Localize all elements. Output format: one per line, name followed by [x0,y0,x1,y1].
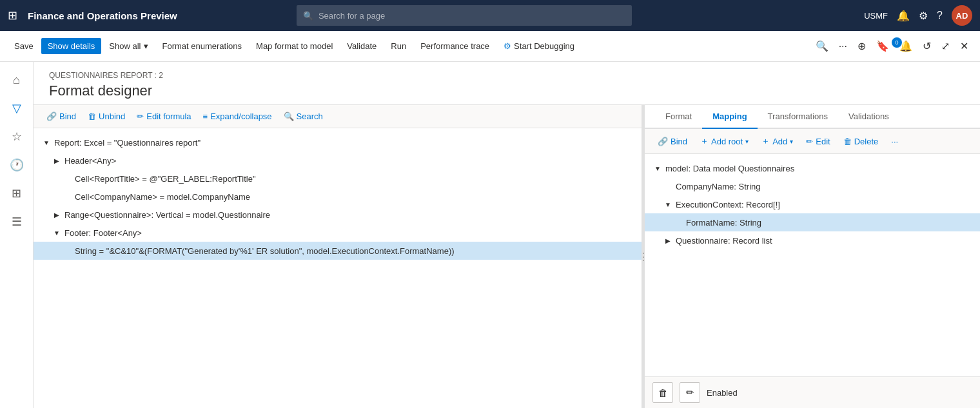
expander-icon: ▼ [41,137,52,148]
edit-mapping-button[interactable]: ✏ [680,382,700,403]
more-actions-button[interactable]: ··· [886,134,903,149]
notification-icon[interactable]: 🔔 [897,10,910,22]
sidebar-dashboard-icon[interactable]: ⊞ [4,180,30,206]
tab-format[interactable]: Format [655,105,702,129]
main-layout: ⌂ ▽ ☆ 🕐 ⊞ ☰ QUESTIONNAIRES REPORT : 2 Fo… [0,62,980,408]
tab-validations[interactable]: Validations [838,105,899,129]
open-new-button[interactable]: ⤢ [937,37,954,55]
model-item-label: FormatName: String [686,218,761,228]
global-search[interactable]: 🔍 Search for a page [297,5,632,26]
chevron-down-icon: ▾ [144,41,148,51]
plus-icon: ＋ [700,135,709,147]
expand-icon: ≡ [203,112,208,121]
tree-item-label: Cell<ReportTitle> = @"GER_LABEL:ReportTi… [75,174,256,184]
environment-label: USMF [864,11,888,21]
mapping-bottom: 🗑 ✏ Enabled [645,376,980,408]
plus-icon: ＋ [761,135,770,147]
model-item-questionnaire[interactable]: ▶ Questionnaire: Record list [645,231,980,249]
edit-formula-button[interactable]: ✏ Edit formula [132,109,196,124]
refresh-button[interactable]: ↺ [919,37,935,55]
content-area: QUESTIONNAIRES REPORT : 2 Format designe… [34,62,980,408]
grid-icon[interactable]: ⊞ [8,8,17,23]
start-debugging-button[interactable]: ⚙ Start Debugging [497,38,581,54]
run-button[interactable]: Run [384,38,413,54]
model-item-label: Questionnaire: Record list [676,236,772,246]
sidebar-home-icon[interactable]: ⌂ [4,67,30,93]
model-tree: ▼ model: Data model Questionnaires Compa… [645,154,980,376]
expander-icon: ▼ [52,228,62,238]
top-navigation: ⊞ Finance and Operations Preview 🔍 Searc… [0,0,980,31]
page-header: QUESTIONNAIRES REPORT : 2 Format designe… [34,62,980,105]
show-details-button[interactable]: Show details [41,38,102,54]
expander-icon: ▶ [663,235,673,246]
delete-button[interactable]: 🗑 Delete [838,134,884,149]
avatar[interactable]: AD [952,5,972,26]
enabled-label: Enabled [707,388,738,398]
expander-icon: ▶ [52,155,62,166]
toolbar-right-actions: 🔍 ··· ⊕ 🔖 🔔 0 ↺ ⤢ ✕ [812,37,972,55]
add-root-button[interactable]: ＋ Add root ▾ [695,133,754,150]
format-panel: 🔗 Bind 🗑 Unbind ✏ Edit formula ≡ Expand/… [34,105,642,408]
settings-icon[interactable]: ⚙ [919,10,928,22]
chevron-down-icon: ▾ [745,138,749,145]
sidebar-recent-icon[interactable]: 🕐 [4,152,30,178]
badge-count: 0 [892,37,902,48]
format-enumerations-button[interactable]: Format enumerations [156,38,249,54]
model-item-executioncontext[interactable]: ▼ ExecutionContext: Record[!] [645,195,980,213]
tab-transformations[interactable]: Transformations [758,105,838,129]
help-icon[interactable]: ? [937,10,943,21]
performance-trace-button[interactable]: Performance trace [414,38,496,54]
expand-collapse-button[interactable]: ≡ Expand/collapse [198,109,277,124]
top-nav-right: USMF 🔔 ⚙ ? AD [864,5,972,26]
save-button[interactable]: Save [8,38,40,54]
tree-item-header[interactable]: ▶ Header<Any> [34,151,642,170]
pencil-icon: ✏ [806,137,813,146]
sidebar-filter-icon[interactable]: ▽ [4,95,30,121]
validate-button[interactable]: Validate [340,38,383,54]
unlink-icon: 🗑 [88,112,96,121]
tree-item-range-questionnaire[interactable]: ▶ Range<Questionnaire>: Vertical = model… [34,206,642,224]
tree-item-cell-companyname[interactable]: Cell<CompanyName> = model.CompanyName [34,188,642,206]
model-item-formatname[interactable]: FormatName: String [645,213,980,231]
resize-handle[interactable] [642,105,645,408]
edit-button[interactable]: ✏ Edit [801,134,835,149]
search-icon: 🔍 [303,11,313,21]
left-sidebar: ⌂ ▽ ☆ 🕐 ⊞ ☰ [0,62,34,408]
model-item-root[interactable]: ▼ model: Data model Questionnaires [645,159,980,177]
tree-item-label: Range<Questionnaire>: Vertical = model.Q… [64,210,270,220]
designer-area: 🔗 Bind 🗑 Unbind ✏ Edit formula ≡ Expand/… [34,105,980,408]
tree-item-label: Footer: Footer<Any> [64,228,142,238]
expander-icon: ▼ [663,199,673,209]
close-button[interactable]: ✕ [956,37,972,55]
more-options-button[interactable]: ··· [835,38,851,55]
search-toolbar-button[interactable]: 🔍 [812,37,832,55]
mapping-panel: Format Mapping Transformations Validatio… [645,105,980,408]
delete-mapping-button[interactable]: 🗑 [652,382,673,403]
crosshair-button[interactable]: ⊕ [854,37,870,55]
tree-item-label: Cell<CompanyName> = model.CompanyName [75,192,250,202]
tree-item-footer[interactable]: ▼ Footer: Footer<Any> [34,224,642,242]
trash-icon: 🗑 [658,387,668,398]
debug-icon: ⚙ [504,41,511,51]
tree-item-report[interactable]: ▼ Report: Excel = "Questionnaires report… [34,133,642,151]
model-item-companyname[interactable]: CompanyName: String [645,177,980,195]
format-toolbar: 🔗 Bind 🗑 Unbind ✏ Edit formula ≡ Expand/… [34,105,642,128]
tab-mapping[interactable]: Mapping [702,105,757,129]
map-format-button[interactable]: Map format to model [250,38,339,54]
add-button[interactable]: ＋ Add ▾ [756,133,798,150]
pencil-icon: ✏ [137,112,144,121]
format-tree: ▼ Report: Excel = "Questionnaires report… [34,128,642,408]
trash-icon: 🗑 [843,137,852,146]
sidebar-list-icon[interactable]: ☰ [4,209,30,235]
mapping-toolbar: 🔗 Bind ＋ Add root ▾ ＋ Add ▾ ✏ [645,129,980,154]
main-toolbar: Save Show details Show all ▾ Format enum… [0,31,980,62]
search-format-button[interactable]: 🔍 Search [279,109,328,124]
unbind-button[interactable]: 🗑 Unbind [83,109,130,124]
show-all-button[interactable]: Show all ▾ [103,38,154,54]
bind-button[interactable]: 🔗 Bind [41,109,81,124]
tree-item-cell-reporttitle[interactable]: Cell<ReportTitle> = @"GER_LABEL:ReportTi… [34,170,642,188]
sidebar-favorites-icon[interactable]: ☆ [4,124,30,150]
mapping-bind-button[interactable]: 🔗 Bind [652,134,692,149]
tree-item-string-formula[interactable]: String = "&C&10"&(FORMAT("Generated by'%… [34,242,642,260]
bookmark-button[interactable]: 🔖 [872,37,893,55]
